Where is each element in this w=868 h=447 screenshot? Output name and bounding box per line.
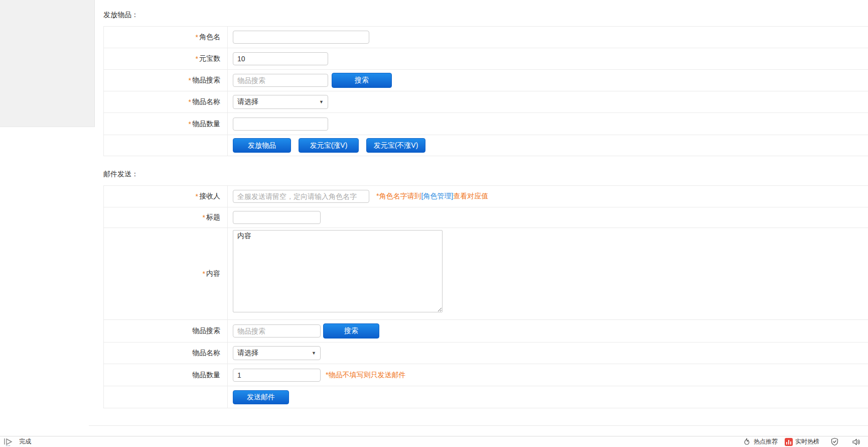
mail-item-name-label: 物品名称	[104, 343, 228, 364]
item-search-input[interactable]	[233, 74, 328, 87]
mail-section-title: 邮件发送：	[103, 170, 138, 179]
required-asterisk: *	[196, 192, 198, 200]
chevron-down-icon: ▼	[312, 351, 316, 356]
give-form-table: *角色名 *元宝数 *物品搜索 搜索 *物品名称 请选择 ▼	[103, 26, 868, 156]
flame-icon	[743, 437, 751, 446]
item-qty-label: *物品数量	[104, 113, 228, 135]
give-item-qty-row: *物品数量	[104, 113, 868, 135]
subject-input[interactable]	[233, 211, 321, 224]
item-search-button[interactable]: 搜索	[332, 73, 392, 88]
item-qty-input[interactable]	[233, 118, 328, 131]
give-role-row: *角色名	[104, 27, 868, 48]
realtime-hot-item[interactable]: 实时热榜	[785, 437, 819, 446]
mail-item-qty-label: 物品数量	[104, 364, 228, 386]
yuanbao-count-label: *元宝数	[104, 48, 228, 69]
role-name-label: *角色名	[104, 27, 228, 48]
bottom-divider	[89, 425, 868, 426]
mail-subject-row: *标题	[104, 207, 868, 228]
browser-status-bar: 完成 热点推荐 实时热榜	[0, 436, 868, 447]
mail-item-search-label: 物品搜索	[104, 320, 228, 342]
content-textarea[interactable]: 内容	[233, 230, 443, 312]
role-manage-link[interactable]: [角色管理]	[421, 192, 453, 200]
hot-recommend-item[interactable]: 热点推荐	[743, 437, 778, 446]
required-asterisk: *	[189, 120, 191, 128]
give-item-search-row: *物品搜索 搜索	[104, 70, 868, 91]
required-asterisk: *	[189, 98, 191, 106]
content-label: *内容	[104, 228, 228, 319]
mail-item-name-select[interactable]: 请选择 ▼	[233, 346, 321, 360]
give-actions-row: 发放物品 发元宝(涨V) 发元宝(不涨V)	[104, 135, 868, 156]
required-asterisk: *	[203, 270, 205, 278]
page-loading-icon	[3, 438, 14, 446]
security-check-item[interactable]	[830, 437, 839, 446]
shield-check-icon	[830, 437, 839, 446]
role-name-input[interactable]	[233, 31, 369, 44]
mail-content-row: *内容 内容	[104, 228, 868, 320]
give-yuanbao-row: *元宝数	[104, 48, 868, 70]
mail-form-table: *接收人 *角色名字请到[角色管理]查看对应值 *标题 *内容 内容 物品搜索	[103, 185, 868, 408]
mail-item-search-input[interactable]	[233, 324, 321, 338]
selected-option-label: 请选择	[237, 349, 258, 358]
receiver-label: *接收人	[104, 186, 228, 207]
give-yuanbao-novip-button[interactable]: 发元宝(不涨V)	[366, 138, 425, 153]
required-asterisk: *	[203, 213, 205, 221]
give-item-name-row: *物品名称 请选择 ▼	[104, 91, 868, 113]
send-mail-button[interactable]: 发送邮件	[233, 390, 289, 404]
give-item-button[interactable]: 发放物品	[233, 138, 291, 153]
required-asterisk: *	[196, 55, 198, 63]
required-asterisk: *	[196, 33, 198, 41]
realtime-hot-label: 实时热榜	[795, 437, 819, 446]
hot-recommend-label: 热点推荐	[754, 437, 778, 446]
give-yuanbao-vip-button[interactable]: 发元宝(涨V)	[299, 138, 359, 153]
subject-label: *标题	[104, 207, 228, 228]
give-section-title: 发放物品：	[103, 11, 138, 20]
bar-chart-icon	[785, 438, 793, 446]
speaker-icon	[852, 438, 861, 446]
mail-item-qty-hint: *物品不填写则只发送邮件	[326, 371, 405, 380]
yuanbao-count-input[interactable]	[233, 52, 328, 65]
mail-item-search-row: 物品搜索 搜索	[104, 320, 868, 343]
required-asterisk: *	[189, 76, 191, 84]
selected-option-label: 请选择	[237, 97, 258, 106]
item-name-label: *物品名称	[104, 91, 228, 113]
mail-actions-row: 发送邮件	[104, 386, 868, 408]
mail-item-search-button[interactable]: 搜索	[323, 323, 379, 339]
item-name-select[interactable]: 请选择 ▼	[233, 95, 328, 109]
left-panel	[0, 0, 95, 127]
sound-item[interactable]	[852, 438, 861, 446]
mail-item-qty-row: 物品数量 *物品不填写则只发送邮件	[104, 364, 868, 386]
receiver-hint: *角色名字请到[角色管理]查看对应值	[376, 192, 488, 201]
mail-item-qty-input[interactable]	[233, 369, 321, 382]
mail-receiver-row: *接收人 *角色名字请到[角色管理]查看对应值	[104, 186, 868, 207]
status-done-text: 完成	[19, 437, 31, 446]
item-search-label: *物品搜索	[104, 70, 228, 91]
chevron-down-icon: ▼	[319, 99, 324, 104]
receiver-input[interactable]	[233, 190, 369, 203]
mail-item-name-row: 物品名称 请选择 ▼	[104, 343, 868, 364]
